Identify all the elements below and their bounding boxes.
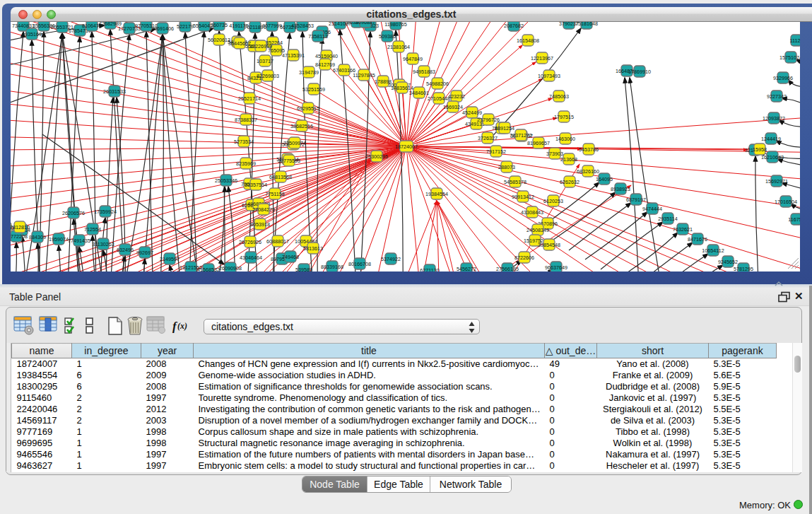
svg-text:10654112: 10654112 [702, 247, 724, 254]
svg-text:12093872: 12093872 [763, 115, 785, 122]
svg-text:522179: 522179 [177, 23, 194, 30]
svg-text:11297845: 11297845 [353, 72, 375, 78]
svg-text:1797515: 1797515 [554, 114, 574, 120]
svg-text:80166708: 80166708 [348, 261, 371, 267]
svg-text:54988206: 54988206 [426, 81, 449, 87]
svg-text:31130263: 31130263 [92, 241, 114, 247]
svg-text:7358113: 7358113 [308, 33, 327, 40]
svg-text:5273534: 5273534 [234, 139, 254, 145]
svg-text:27566185: 27566185 [496, 266, 519, 271]
svg-text:24508349: 24508349 [526, 227, 549, 233]
svg-text:64813568: 64813568 [269, 174, 292, 180]
svg-text:26031533: 26031533 [103, 88, 126, 95]
svg-text:73509974: 73509974 [283, 140, 306, 146]
svg-text:5781295: 5781295 [734, 266, 753, 271]
svg-text:884309: 884309 [29, 234, 46, 240]
svg-text:26726926: 26726926 [239, 239, 261, 245]
svg-text:8412769: 8412769 [315, 62, 335, 68]
svg-text:75181648: 75181648 [575, 22, 598, 27]
svg-text:8096887: 8096887 [355, 22, 375, 25]
svg-text:87388337: 87388337 [235, 117, 257, 123]
svg-text:749468: 749468 [282, 254, 299, 260]
svg-text:78371272: 78371272 [510, 132, 532, 139]
svg-text:15958: 15958 [753, 146, 767, 153]
svg-text:6262632: 6262632 [560, 179, 579, 185]
svg-text:47135391: 47135391 [282, 52, 305, 59]
svg-text:992697: 992697 [136, 250, 153, 256]
svg-text:509386: 509386 [379, 33, 396, 40]
svg-text:43308443: 43308443 [521, 209, 543, 216]
svg-text:36445607: 36445607 [228, 40, 251, 47]
svg-text:7632621: 7632621 [673, 226, 693, 233]
svg-text:17359924: 17359924 [94, 209, 117, 215]
svg-text:164095: 164095 [596, 176, 613, 182]
svg-text:1669324: 1669324 [443, 104, 463, 110]
svg-text:5456272: 5456272 [457, 266, 476, 271]
svg-text:103717: 103717 [257, 58, 273, 64]
svg-text:11120: 11120 [790, 37, 800, 44]
svg-text:81969657: 81969657 [527, 140, 550, 146]
svg-text:5453786: 5453786 [579, 146, 599, 153]
svg-text:6271130: 6271130 [420, 267, 439, 271]
svg-text:8235969: 8235969 [236, 160, 256, 167]
svg-text:3194789: 3194789 [299, 69, 319, 76]
svg-text:53251559: 53251559 [302, 86, 325, 93]
svg-text:27084279: 27084279 [252, 206, 275, 213]
svg-text:9227342: 9227342 [767, 93, 787, 100]
svg-text:19384554: 19384554 [425, 191, 448, 197]
svg-text:632496: 632496 [117, 247, 134, 253]
svg-text:94951883: 94951883 [413, 69, 435, 75]
svg-text:360735: 360735 [211, 22, 228, 28]
svg-text:423232: 423232 [448, 93, 465, 100]
svg-text:96637649: 96637649 [545, 264, 567, 271]
svg-text:10973493: 10973493 [538, 73, 560, 79]
svg-text:5813613: 5813613 [303, 245, 323, 252]
svg-text:38682516: 38682516 [290, 123, 313, 129]
svg-text:1959074: 1959074 [49, 236, 69, 243]
svg-text:26206576: 26206576 [62, 210, 85, 216]
svg-text:7751158: 7751158 [265, 191, 284, 197]
svg-text:8935169: 8935169 [22, 31, 42, 37]
svg-text:77491435: 77491435 [68, 238, 90, 244]
svg-text:23796726: 23796726 [477, 117, 500, 123]
svg-text:539589: 539589 [295, 267, 312, 271]
svg-text:69295515: 69295515 [297, 105, 319, 112]
svg-text:213668: 213668 [560, 156, 577, 163]
svg-text:2149597: 2149597 [160, 256, 180, 262]
svg-text:45159040: 45159040 [315, 53, 338, 59]
svg-text:12213967: 12213967 [531, 55, 553, 62]
svg-text:7485063: 7485063 [549, 93, 569, 100]
svg-text:73440831: 73440831 [12, 23, 35, 29]
svg-text:17016504: 17016504 [775, 199, 797, 205]
svg-text:9647849: 9647849 [403, 56, 423, 62]
svg-text:1244419: 1244419 [761, 136, 781, 142]
svg-text:1463060: 1463060 [555, 136, 575, 142]
svg-text:(x): (x) [177, 321, 187, 331]
svg-text:67403166: 67403166 [333, 67, 355, 74]
svg-text:25053346: 25053346 [215, 177, 237, 184]
svg-text:7812810: 7812810 [11, 224, 30, 230]
svg-text:26090908: 26090908 [219, 265, 242, 271]
svg-text:5374922: 5374922 [381, 256, 401, 262]
svg-text:116753: 116753 [788, 216, 800, 223]
svg-text:88339168: 88339168 [321, 264, 343, 270]
svg-text:68326160: 68326160 [577, 168, 599, 175]
svg-text:43046464: 43046464 [240, 255, 262, 261]
svg-text:54585178: 54585178 [504, 179, 526, 185]
svg-text:9245652: 9245652 [718, 259, 738, 265]
svg-text:25300295: 25300295 [365, 153, 388, 160]
svg-text:8471676: 8471676 [688, 236, 707, 243]
svg-text:4524499: 4524499 [462, 110, 482, 116]
svg-text:27105448: 27105448 [428, 95, 450, 102]
svg-text:9474444: 9474444 [642, 206, 662, 212]
svg-text:18724007: 18724007 [395, 144, 418, 150]
svg-text:3726327: 3726327 [478, 135, 498, 141]
svg-text:2087682: 2087682 [504, 23, 524, 29]
svg-text:6879197: 6879197 [626, 197, 646, 203]
svg-text:11980765: 11980765 [384, 22, 406, 28]
svg-text:41568532: 41568532 [197, 267, 220, 271]
svg-text:712554: 712554 [84, 226, 101, 233]
svg-text:2935114: 2935114 [658, 216, 677, 222]
svg-text:16154808: 16154808 [517, 37, 539, 44]
svg-text:7917152: 7917152 [486, 148, 506, 155]
